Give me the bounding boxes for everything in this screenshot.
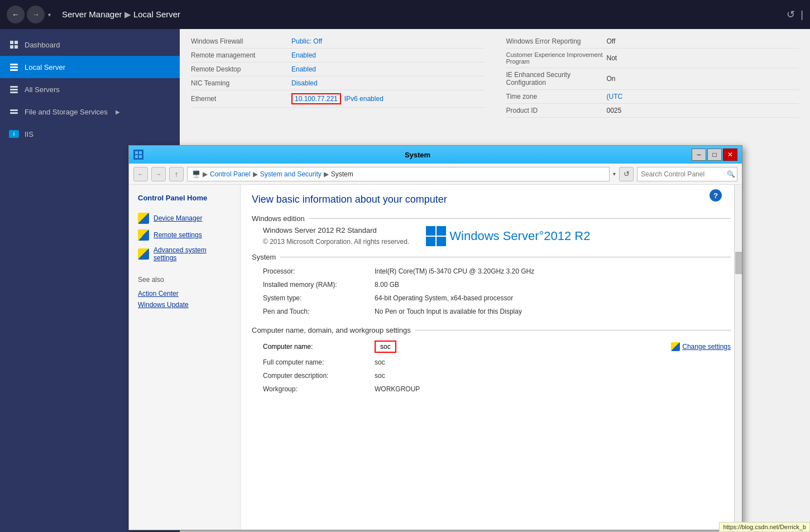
breadcrumb-system-security[interactable]: System and Security	[260, 170, 322, 178]
minimize-button[interactable]: –	[692, 148, 706, 161]
file-storage-icon	[9, 107, 19, 117]
windows-copyright: © 2013 Microsoft Corporation. All rights…	[263, 238, 409, 246]
pen-touch-row: Pen and Touch: No Pen or Touch Input is …	[252, 305, 731, 318]
win-squares-icon	[426, 226, 446, 246]
breadcrumb-dropdown[interactable]: ▾	[613, 171, 616, 177]
workgroup-row: Workgroup: WORKGROUP	[252, 382, 731, 396]
refresh-button[interactable]: ↺	[787, 8, 795, 21]
scrollbar-thumb[interactable]	[735, 252, 742, 274]
prop-windows-firewall: Windows Firewall Public: Off	[191, 35, 484, 49]
expand-arrow: ▶	[116, 109, 120, 115]
nav-controls: ← → ▾	[7, 6, 51, 23]
system-info-list: Processor: Intel(R) Core(TM) i5-3470 CPU…	[252, 265, 731, 318]
prop-ie-security: IE Enhanced Security Configuration On	[506, 68, 799, 90]
forward-button[interactable]: →	[27, 6, 45, 23]
device-manager-icon	[138, 213, 149, 224]
prop-remote-desktop: Remote Desktop Enabled	[191, 63, 484, 76]
svg-rect-0	[135, 151, 138, 154]
system-dialog: System – □ ✕ ← → ↑ 🖥️ ▶ Control Panel ▶ …	[128, 145, 742, 530]
svg-rect-1	[139, 151, 142, 154]
prop-product-id: Product ID 0025	[506, 104, 799, 118]
breadcrumb-system: System	[331, 170, 353, 178]
sidebar-item-local-server[interactable]: Local Server	[0, 56, 180, 78]
windows-edition-info: Windows Server 2012 R2 Standard © 2013 M…	[263, 226, 409, 246]
ram-row: Installed memory (RAM): 8.00 GB	[252, 278, 731, 291]
computer-description-row: Computer description: soc	[252, 369, 731, 382]
prop-remote-management: Remote management Enabled	[191, 49, 484, 63]
scrollbar[interactable]	[734, 185, 742, 530]
change-settings-link[interactable]: Change settings	[671, 342, 731, 351]
windows-edition-name: Windows Server 2012 R2 Standard	[263, 226, 409, 234]
breadcrumb-bar[interactable]: 🖥️ ▶ Control Panel ▶ System and Security…	[187, 167, 610, 181]
url-tooltip: https://blog.csdn.net/Derrick_b	[719, 522, 810, 532]
dashboard-icon	[9, 40, 19, 50]
help-button[interactable]: ?	[710, 189, 722, 202]
windows-server-logo-text: Windows Server°2012 R2	[449, 229, 590, 243]
windows-edition-section: Windows edition	[252, 214, 731, 223]
device-manager-link[interactable]: Device Manager	[138, 210, 231, 227]
all-servers-icon	[9, 84, 19, 94]
props-right: Windows Error Reporting Off Customer Exp…	[506, 35, 799, 118]
dialog-window-controls: – □ ✕	[692, 148, 737, 161]
windows-logo-area: Windows Server°2012 R2	[426, 226, 590, 246]
sidebar-item-all-servers[interactable]: All Servers	[0, 78, 180, 100]
dialog-main: ? View basic information about your comp…	[241, 185, 742, 530]
menu-button[interactable]: |	[801, 9, 803, 21]
main-title: View basic information about your comput…	[252, 194, 731, 205]
addr-forward-button[interactable]: →	[151, 167, 166, 181]
computer-name-row: Computer name: soc Change settings	[252, 338, 731, 356]
sidebar-item-iis[interactable]: i IIS	[0, 123, 180, 145]
prop-timezone: Time zone (UTC	[506, 90, 799, 104]
remote-settings-icon	[138, 229, 149, 241]
prop-error-reporting: Windows Error Reporting Off	[506, 35, 799, 49]
computer-section-divider	[415, 330, 731, 330]
addr-refresh-button[interactable]: ↺	[619, 167, 634, 181]
maximize-button[interactable]: □	[707, 148, 722, 161]
change-settings-icon	[671, 342, 680, 351]
properties-area: Windows Firewall Public: Off Remote mana…	[180, 29, 810, 123]
section-divider	[309, 218, 731, 219]
window-title: Server Manager ▶ Local Server	[62, 9, 782, 20]
system-type-row: System type: 64-bit Operating System, x6…	[252, 291, 731, 305]
sidebar-item-file-storage[interactable]: File and Storage Services ▶	[0, 100, 180, 123]
props-left: Windows Firewall Public: Off Remote mana…	[191, 35, 484, 118]
prop-ceip: Customer Experience Improvement Program …	[506, 49, 799, 68]
computer-section: Computer name, domain, and workgroup set…	[252, 326, 731, 334]
system-section-divider	[280, 257, 731, 257]
svg-rect-2	[135, 155, 138, 158]
prop-nic-teaming: NIC Teaming Disabled	[191, 76, 484, 90]
dialog-addressbar: ← → ↑ 🖥️ ▶ Control Panel ▶ System and Se…	[129, 164, 742, 185]
close-button[interactable]: ✕	[723, 148, 737, 161]
dialog-title-icon	[133, 150, 143, 160]
dialog-sidebar: Control Panel Home Device Manager Remote…	[129, 185, 241, 530]
title-bar: ← → ▾ Server Manager ▶ Local Server ↺ |	[0, 0, 810, 29]
processor-row: Processor: Intel(R) Core(TM) i5-3470 CPU…	[252, 265, 731, 278]
iis-icon: i	[9, 129, 19, 139]
breadcrumb-control-panel[interactable]: Control Panel	[210, 170, 251, 178]
see-also-label: See also	[138, 276, 231, 284]
prop-ethernet: Ethernet 10.100.77.221 IPv6 enabled	[191, 90, 484, 108]
dialog-body: Control Panel Home Device Manager Remote…	[129, 185, 742, 530]
dialog-titlebar: System – □ ✕	[129, 146, 742, 164]
addr-back-button[interactable]: ←	[133, 167, 148, 181]
search-input[interactable]	[641, 170, 725, 178]
advanced-system-settings-link[interactable]: Advanced system settings	[138, 243, 231, 265]
addr-up-button[interactable]: ↑	[169, 167, 184, 181]
computer-name-label: Computer name:	[263, 343, 375, 351]
back-button[interactable]: ←	[7, 6, 25, 23]
breadcrumb-icon: 🖥️	[192, 170, 200, 178]
dialog-title-text: System	[147, 151, 688, 159]
title-bar-actions: ↺ |	[787, 8, 803, 21]
control-panel-home-link[interactable]: Control Panel Home	[138, 194, 231, 202]
system-section: System	[252, 253, 731, 261]
computer-name-value: soc	[375, 341, 396, 353]
windows-logo: Windows Server°2012 R2	[426, 226, 590, 246]
nav-dropdown[interactable]: ▾	[48, 12, 51, 18]
full-computer-name-row: Full computer name: soc	[252, 356, 731, 369]
advanced-system-icon	[138, 248, 149, 260]
windows-update-link[interactable]: Windows Update	[138, 299, 231, 310]
action-center-link[interactable]: Action Center	[138, 288, 231, 299]
local-server-icon	[9, 62, 19, 72]
remote-settings-link[interactable]: Remote settings	[138, 227, 231, 243]
sidebar-item-dashboard[interactable]: Dashboard	[0, 33, 180, 56]
